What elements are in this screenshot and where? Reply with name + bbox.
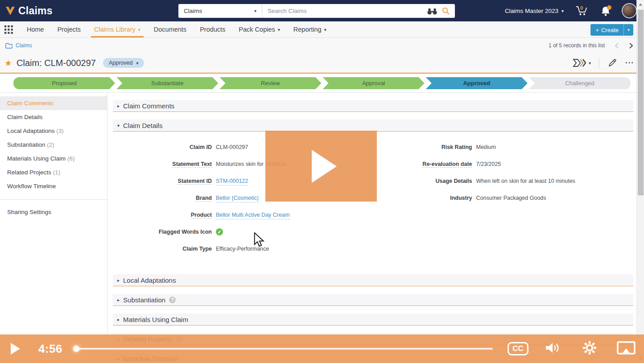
section-header-claim-comments[interactable]: ▸ Claim Comments <box>113 100 633 112</box>
cart-count-badge: 0 <box>580 5 583 11</box>
tab-label: Claims Library <box>94 26 136 33</box>
sidebar-item-related-projects[interactable]: Related Projects (1) <box>0 165 107 179</box>
volume-button[interactable] <box>545 342 561 356</box>
settings-button[interactable] <box>582 341 597 357</box>
app-grid-button[interactable] <box>0 21 20 37</box>
pencil-icon <box>607 58 617 68</box>
video-play-overlay[interactable] <box>265 131 377 202</box>
collapsed-marker-icon: ▸ <box>117 297 120 302</box>
search-icon[interactable] <box>442 7 450 16</box>
field-label: Flagged Words Icon <box>113 228 212 236</box>
edit-button[interactable] <box>607 58 617 68</box>
volume-icon <box>545 342 561 354</box>
sidebar-item-materials-using-claim[interactable]: Materials Using Claim (6) <box>0 152 107 165</box>
chevron-down-icon: ▾ <box>561 8 564 13</box>
video-play-button[interactable] <box>11 343 20 355</box>
more-actions-button[interactable]: ··· <box>625 58 634 67</box>
video-control-bar: 4:56 CC <box>0 334 644 363</box>
tab-label: Products <box>200 26 225 33</box>
tab-reporting[interactable]: Reporting▾ <box>287 21 333 37</box>
field-label: Product <box>113 211 212 219</box>
section-local-adaptations: ▸Local Adaptations <box>113 274 633 286</box>
sidebar-item-count: (6) <box>66 155 74 162</box>
section-claim-comments: ▸ Claim Comments <box>113 100 633 112</box>
avatar[interactable] <box>623 4 636 17</box>
closed-captions-button[interactable]: CC <box>508 342 528 355</box>
section-header-claim-details[interactable]: ▾ Claim Details <box>113 120 633 132</box>
sidebar-item-claim-comments[interactable]: Claim Comments <box>0 96 107 110</box>
field-row-industry: IndustryConsumer Packaged Goods <box>373 194 634 205</box>
app-logo[interactable]: Claims <box>5 5 53 17</box>
create-button[interactable]: + Create ▾ <box>590 24 633 36</box>
favorite-star-icon[interactable]: ★ <box>4 58 12 68</box>
workflow-stage-approved: Approved <box>426 77 528 89</box>
field-label: Claim Type <box>113 245 212 253</box>
field-label: Re-evaluation date <box>373 161 472 168</box>
tab-products[interactable]: Products <box>193 21 232 37</box>
tab-documents[interactable]: Documents <box>147 21 193 37</box>
scrollbar-up-arrow[interactable] <box>639 3 642 6</box>
workflow-stage-bar: ProposedSubstantiateReviewApprovalApprov… <box>13 77 631 89</box>
field-row-flagged-words-icon: Flagged Words Icon✓ <box>113 228 373 239</box>
scrollbar-thumb[interactable] <box>638 10 644 195</box>
plus-icon: + <box>595 27 599 33</box>
breadcrumb[interactable]: Claims <box>5 42 32 49</box>
sidebar-item-local-adaptations[interactable]: Local Adaptations (3) <box>0 124 107 138</box>
status-badge[interactable]: Approved ▾ <box>103 58 144 68</box>
gear-icon <box>582 341 597 355</box>
sidebar-item-sharing-settings[interactable]: Sharing Settings <box>0 205 107 219</box>
notification-dot <box>607 5 611 10</box>
previous-record-button[interactable] <box>615 42 619 49</box>
account-menu[interactable]: Claims Master 2023 ▾ <box>505 8 564 14</box>
sidebar-item-workflow-timeline[interactable]: Workflow Timeline <box>0 179 107 193</box>
next-record-button[interactable] <box>629 42 633 49</box>
tab-label: Projects <box>58 26 81 33</box>
create-dropdown-caret[interactable]: ▾ <box>623 24 633 36</box>
field-value: Consumer Packaged Goods <box>476 194 546 202</box>
field-value-link[interactable]: Bellor Multi Active Day Cream <box>216 211 289 219</box>
section-materials-using-claim: ▸Materials Using Claim <box>113 314 633 326</box>
field-value: 7/23/2025 <box>476 161 501 168</box>
field-row-claim-type: Claim TypeEfficacy-Performance <box>113 245 373 256</box>
nav-tabs: HomeProjectsClaims Library▾DocumentsProd… <box>20 21 333 37</box>
collapsed-marker-icon: ▸ <box>117 317 120 322</box>
tab-home[interactable]: Home <box>20 21 51 37</box>
sidebar-item-substantiation[interactable]: Substantiation (2) <box>0 138 107 152</box>
tab-pack-copies[interactable]: Pack Copies▾ <box>232 21 286 37</box>
search-scope-select[interactable]: Claims ▾ <box>178 4 262 18</box>
field-value-link[interactable]: STM-000122 <box>216 177 248 186</box>
field-label: Usage Details <box>373 177 472 185</box>
sidebar-item-claim-details[interactable]: Claim Details <box>0 110 107 124</box>
tab-projects[interactable]: Projects <box>51 21 87 37</box>
notifications-button[interactable] <box>600 5 611 16</box>
workflow-stage-substantiate: Substantiate <box>116 77 218 89</box>
account-label: Claims Master 2023 <box>505 8 558 14</box>
tab-label: Reporting <box>293 26 322 33</box>
field-value-link[interactable]: Bellor (Cosmetic) <box>216 194 259 202</box>
tab-claims-library[interactable]: Claims Library▾ <box>87 21 147 37</box>
field-value: Medium <box>476 144 496 151</box>
page-title: Claim: CLM-000297 <box>17 58 96 68</box>
search-input[interactable] <box>262 8 426 14</box>
video-progress-track[interactable] <box>77 348 493 350</box>
binoculars-icon[interactable] <box>426 7 438 15</box>
workflow-stage-challenged: Challenged <box>529 77 631 89</box>
workflow-stage-review: Review <box>219 77 321 89</box>
chevron-down-icon: ▾ <box>324 27 326 32</box>
expanded-marker-icon: ▾ <box>117 123 120 128</box>
fullscreen-button[interactable] <box>616 341 636 357</box>
section-header-local-adaptations[interactable]: ▸Local Adaptations <box>113 274 633 286</box>
video-duration: 4:56 <box>38 342 62 356</box>
play-icon <box>312 150 337 183</box>
section-header-substantiation[interactable]: ▸Substantiation? <box>113 294 633 306</box>
workflow-actions-button[interactable]: ▾ <box>573 58 591 67</box>
create-label: Create <box>601 27 619 33</box>
section-label: Local Adaptations <box>123 276 176 284</box>
record-pager-text: 1 of 5 records in this list <box>549 42 605 49</box>
apps-grid-icon <box>4 25 13 34</box>
folder-icon <box>5 43 12 49</box>
details-right-column: Risk RatingMediumRe-evaluation date7/23/… <box>373 144 634 262</box>
breadcrumb-label: Claims <box>16 42 32 49</box>
cart-button[interactable]: 0 <box>575 5 589 16</box>
section-header-materials-using-claim[interactable]: ▸Materials Using Claim <box>113 314 633 326</box>
